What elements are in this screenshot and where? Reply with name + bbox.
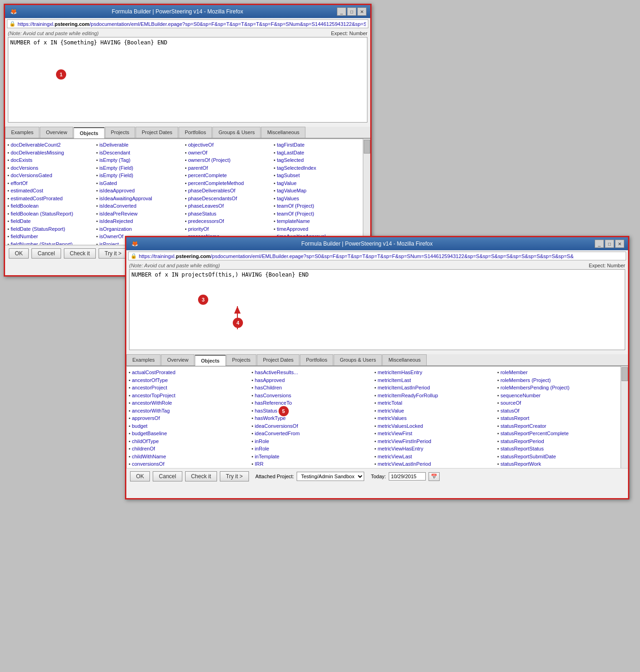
- list-item[interactable]: tagValues: [273, 195, 359, 203]
- list-item[interactable]: ownersOf (Project): [185, 156, 270, 164]
- tab-portfolios-1[interactable]: Portfolios: [179, 127, 212, 138]
- list-item[interactable]: metricItemLast: [374, 376, 494, 384]
- minimize-button-1[interactable]: _: [337, 7, 346, 16]
- list-item[interactable]: budget: [129, 422, 248, 430]
- list-item[interactable]: fieldBoolean (StatusReport): [7, 210, 93, 218]
- list-item[interactable]: actualCostProrated: [129, 369, 248, 376]
- list-item[interactable]: docDeliverableCount2: [7, 141, 93, 149]
- list-item[interactable]: parentOf: [185, 164, 270, 172]
- list-item[interactable]: metricTotal: [374, 399, 494, 407]
- tab-overview-1[interactable]: Overview: [40, 127, 73, 138]
- list-item[interactable]: metricViewFirstInPeriod: [374, 438, 494, 445]
- list-item[interactable]: statusReportWork: [497, 460, 617, 468]
- list-item[interactable]: docExists: [7, 156, 93, 164]
- list-item[interactable]: isOrganization: [96, 225, 181, 233]
- tab-project-dates-2[interactable]: Project Dates: [257, 354, 299, 365]
- list-item[interactable]: teamOf (Project): [273, 210, 359, 218]
- list-item[interactable]: missingRequired: [374, 468, 494, 469]
- list-item[interactable]: docVersionsGated: [7, 172, 93, 179]
- tab-projects-2[interactable]: Projects: [226, 354, 257, 365]
- list-item[interactable]: ancestorOfType: [129, 376, 248, 384]
- list-item[interactable]: inRole: [252, 445, 371, 453]
- list-item[interactable]: tagFirstDate: [273, 141, 359, 149]
- today-date-input[interactable]: [389, 472, 426, 481]
- list-item[interactable]: templateName: [273, 217, 359, 225]
- list-item[interactable]: roleMember: [497, 369, 617, 376]
- maximize-button-1[interactable]: □: [347, 7, 356, 16]
- cancel-button-2[interactable]: Cancel: [153, 471, 182, 481]
- list-item[interactable]: hasWorkType: [252, 414, 371, 422]
- window-controls-1[interactable]: _ □ ✕: [337, 7, 367, 16]
- tab-examples-1[interactable]: Examples: [5, 127, 39, 138]
- list-item[interactable]: estimatedCost: [7, 187, 93, 195]
- list-item[interactable]: metricViewFirst: [374, 430, 494, 438]
- tab-groups-users-1[interactable]: Groups & Users: [212, 127, 261, 138]
- list-item[interactable]: metricViewHasEntry: [374, 445, 494, 453]
- list-item[interactable]: childrenOf: [129, 445, 248, 453]
- list-item[interactable]: isApprover: [252, 468, 371, 469]
- tab-examples-2[interactable]: Examples: [126, 354, 161, 365]
- tab-project-dates-1[interactable]: Project Dates: [136, 127, 178, 138]
- tab-objects-1[interactable]: Objects: [74, 127, 104, 138]
- scrollbar-thumb-1[interactable]: [364, 140, 370, 154]
- list-item[interactable]: phaseDescendantsOf: [185, 195, 270, 203]
- list-item[interactable]: tagValueMap: [273, 187, 359, 195]
- list-item[interactable]: phaseDeliverablesOf: [185, 187, 270, 195]
- ok-button-2[interactable]: OK: [130, 471, 150, 481]
- list-item[interactable]: phaseLeavesOf: [185, 202, 270, 210]
- list-item[interactable]: fieldNumber: [7, 233, 93, 240]
- list-item[interactable]: isGated: [96, 179, 181, 187]
- list-item[interactable]: teamOf (Project): [273, 202, 359, 210]
- tab-portfolios-2[interactable]: Portfolios: [300, 354, 333, 365]
- close-button-2[interactable]: ✕: [615, 240, 624, 248]
- list-item[interactable]: tagLastDate: [273, 149, 359, 157]
- list-item[interactable]: sourceOf: [497, 399, 617, 407]
- check-it-button-2[interactable]: Check it: [185, 471, 217, 481]
- list-item[interactable]: hasConversions: [252, 392, 371, 400]
- ok-button-1[interactable]: OK: [9, 248, 29, 259]
- close-button-1[interactable]: ✕: [357, 7, 367, 16]
- list-item[interactable]: metricValuesLocked: [374, 422, 494, 430]
- list-item[interactable]: hasReferenceTo: [252, 399, 371, 407]
- list-item[interactable]: isIdeaConverted: [96, 202, 181, 210]
- list-item[interactable]: isEmpty (Field): [96, 164, 181, 172]
- list-item[interactable]: predecessorsOf: [185, 217, 270, 225]
- list-item[interactable]: roleMembers (Project): [497, 376, 617, 384]
- list-item[interactable]: fieldNumber (StatusReport): [7, 240, 93, 246]
- tab-miscellaneous-1[interactable]: Miscellaneous: [261, 127, 305, 138]
- list-item[interactable]: docDeliverablesMissing: [7, 149, 93, 157]
- list-item[interactable]: statusReport: [497, 414, 617, 422]
- formula-input-2[interactable]: NUMBER of x IN projectsOf(this,) HAVING …: [129, 269, 625, 350]
- list-item[interactable]: percentComplete: [185, 172, 270, 179]
- tab-projects-1[interactable]: Projects: [105, 127, 136, 138]
- list-item[interactable]: childWithName: [129, 453, 248, 461]
- list-item[interactable]: isEmpty (Tag): [96, 156, 181, 164]
- list-item[interactable]: metricViewLastInPeriod: [374, 460, 494, 468]
- list-item[interactable]: tagValue: [273, 179, 359, 187]
- list-item[interactable]: isDeliverable: [96, 141, 181, 149]
- list-item[interactable]: childOfType: [129, 438, 248, 445]
- list-item[interactable]: fieldDate (StatusReport): [7, 225, 93, 233]
- list-item[interactable]: approversOf: [129, 414, 248, 422]
- scrollbar-2[interactable]: [621, 366, 628, 468]
- has-status-link[interactable]: hasStatus: [252, 407, 278, 415]
- list-item[interactable]: effortOf: [7, 179, 93, 187]
- list-item[interactable]: ancestorWithRole: [129, 399, 248, 407]
- list-item[interactable]: percentCompleteMethod: [185, 179, 270, 187]
- list-item[interactable]: statusReportStatus: [497, 445, 617, 453]
- list-item[interactable]: estimatedCostProrated: [7, 195, 93, 203]
- list-item[interactable]: metricItemLastInPeriod: [374, 384, 494, 392]
- list-item[interactable]: fieldBoolean: [7, 202, 93, 210]
- list-item[interactable]: isIdeaRejected: [96, 217, 181, 225]
- list-item[interactable]: hasApproved: [252, 376, 371, 384]
- list-item[interactable]: phaseStatus: [185, 210, 270, 218]
- list-item[interactable]: metricValues: [374, 414, 494, 422]
- list-item[interactable]: isIdeaAwaitingApproval: [96, 195, 181, 203]
- list-item[interactable]: statusOf: [497, 407, 617, 415]
- list-item[interactable]: convertedFrom: [129, 468, 248, 469]
- list-item[interactable]: statusReportPeriod: [497, 438, 617, 445]
- calendar-button[interactable]: 📅: [429, 472, 440, 481]
- try-it-button-2[interactable]: Try it >: [220, 471, 249, 481]
- list-item[interactable]: tagSubset: [273, 172, 359, 179]
- list-item[interactable]: docVersions: [7, 164, 93, 172]
